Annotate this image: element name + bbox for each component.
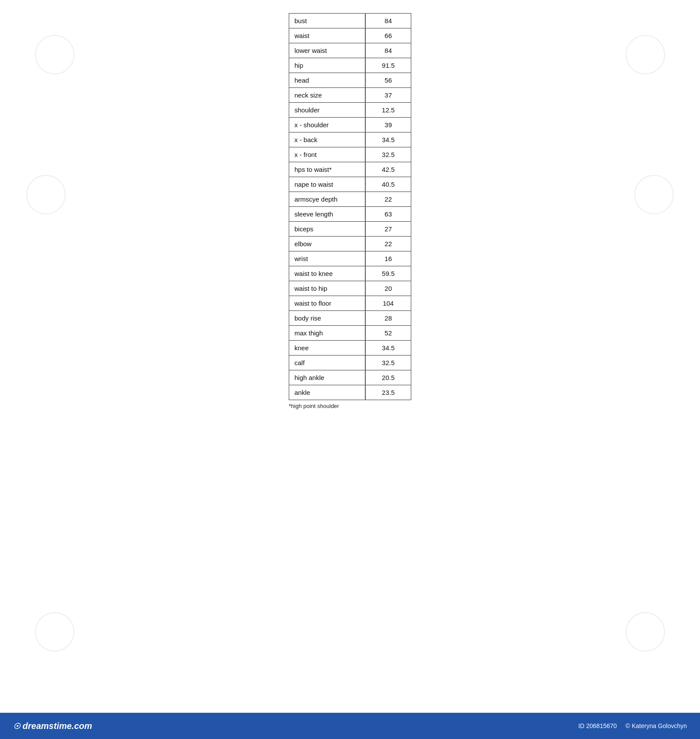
measurement-label: hps to waist* <box>289 162 365 177</box>
watermark-circle-ml <box>26 175 66 214</box>
measurement-label: waist <box>289 28 365 43</box>
measurement-label: nape to waist <box>289 177 365 192</box>
measurement-label: wrist <box>289 251 365 266</box>
measurement-value: 56 <box>365 73 411 88</box>
table-row: knee34.5 <box>289 341 411 356</box>
measurement-value: 84 <box>365 43 411 58</box>
measurement-value: 66 <box>365 28 411 43</box>
measurement-value: 37 <box>365 88 411 103</box>
footnote: *high point shoulder <box>289 403 339 409</box>
measurement-value: 20 <box>365 281 411 296</box>
measurement-value: 84 <box>365 14 411 28</box>
measurement-label: neck size <box>289 88 365 103</box>
watermark-circle-bl <box>35 612 74 652</box>
measurement-label: waist to floor <box>289 296 365 311</box>
measurement-value: 32.5 <box>365 147 411 162</box>
measurement-value: 104 <box>365 296 411 311</box>
table-row: x - back34.5 <box>289 132 411 147</box>
measurement-label: x - shoulder <box>289 118 365 132</box>
measurement-label: body rise <box>289 311 365 326</box>
table-row: ankle23.5 <box>289 385 411 400</box>
watermark-circle-tl <box>35 35 74 74</box>
image-info: ID 206815670 © Kateryna Golovchyn <box>578 722 687 729</box>
measurement-label: calf <box>289 356 365 370</box>
measurement-value: 34.5 <box>365 341 411 356</box>
brand-logo: ☉ dreamstime.com <box>13 721 92 731</box>
table-row: shoulder12.5 <box>289 103 411 118</box>
measurement-label: x - front <box>289 147 365 162</box>
brand-name: dreamstime.com <box>23 721 92 731</box>
watermark-circle-br <box>626 612 665 652</box>
measurement-value: 63 <box>365 207 411 222</box>
measurement-value: 59.5 <box>365 266 411 281</box>
measurement-value: 32.5 <box>365 356 411 370</box>
table-row: waist to knee59.5 <box>289 266 411 281</box>
measurement-value: 16 <box>365 251 411 266</box>
table-row: nape to waist40.5 <box>289 177 411 192</box>
measurements-table: bust84waist66lower waist84hip91.5head56n… <box>289 13 411 400</box>
table-row: elbow22 <box>289 237 411 251</box>
measurement-value: 22 <box>365 237 411 251</box>
table-row: x - front32.5 <box>289 147 411 162</box>
copyright: © Kateryna Golovchyn <box>626 722 687 729</box>
measurement-value: 27 <box>365 222 411 237</box>
watermark-circle-mr <box>634 175 674 214</box>
table-row: wrist16 <box>289 251 411 266</box>
table-row: biceps27 <box>289 222 411 237</box>
table-row: armscye depth22 <box>289 192 411 207</box>
measurement-value: 52 <box>365 326 411 341</box>
measurement-value: 39 <box>365 118 411 132</box>
table-row: sleeve length63 <box>289 207 411 222</box>
measurement-label: waist to hip <box>289 281 365 296</box>
measurement-value: 23.5 <box>365 385 411 400</box>
measurement-value: 12.5 <box>365 103 411 118</box>
measurement-label: high ankle <box>289 370 365 385</box>
measurement-label: hip <box>289 58 365 73</box>
measurement-label: max thigh <box>289 326 365 341</box>
table-row: hps to waist*42.5 <box>289 162 411 177</box>
table-row: hip91.5 <box>289 58 411 73</box>
table-row: x - shoulder39 <box>289 118 411 132</box>
measurement-value: 22 <box>365 192 411 207</box>
measurement-label: waist to knee <box>289 266 365 281</box>
measurement-value: 28 <box>365 311 411 326</box>
measurement-label: shoulder <box>289 103 365 118</box>
measurement-label: lower waist <box>289 43 365 58</box>
table-row: waist66 <box>289 28 411 43</box>
table-row: bust84 <box>289 14 411 28</box>
measurement-label: biceps <box>289 222 365 237</box>
measurement-label: sleeve length <box>289 207 365 222</box>
measurement-label: elbow <box>289 237 365 251</box>
table-row: calf32.5 <box>289 356 411 370</box>
table-row: high ankle20.5 <box>289 370 411 385</box>
main-content: bust84waist66lower waist84hip91.5head56n… <box>0 0 700 409</box>
table-row: head56 <box>289 73 411 88</box>
table-row: lower waist84 <box>289 43 411 58</box>
table-row: waist to floor104 <box>289 296 411 311</box>
measurement-label: bust <box>289 14 365 28</box>
measurement-label: knee <box>289 341 365 356</box>
table-row: waist to hip20 <box>289 281 411 296</box>
measurement-label: x - back <box>289 132 365 147</box>
measurement-value: 42.5 <box>365 162 411 177</box>
measurement-value: 34.5 <box>365 132 411 147</box>
table-row: max thigh52 <box>289 326 411 341</box>
measurement-value: 20.5 <box>365 370 411 385</box>
measurement-label: armscye depth <box>289 192 365 207</box>
watermark-circle-tr <box>626 35 665 74</box>
bottom-bar: ☉ dreamstime.com ID 206815670 © Kateryna… <box>0 713 700 739</box>
measurement-label: head <box>289 73 365 88</box>
table-row: body rise28 <box>289 311 411 326</box>
measurement-label: ankle <box>289 385 365 400</box>
image-id: ID 206815670 <box>578 722 617 729</box>
measurement-value: 91.5 <box>365 58 411 73</box>
measurement-value: 40.5 <box>365 177 411 192</box>
table-row: neck size37 <box>289 88 411 103</box>
